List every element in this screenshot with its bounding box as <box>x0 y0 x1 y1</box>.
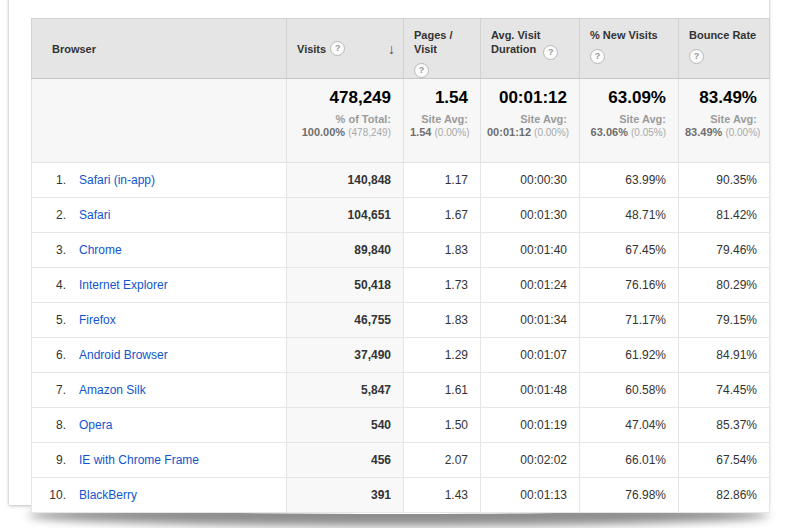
bounce-rate-value: 80.29% <box>679 268 770 303</box>
browser-cell: 2.Safari <box>32 198 287 233</box>
browser-link[interactable]: BlackBerry <box>79 488 137 502</box>
browser-cell: 8.Opera <box>32 408 287 443</box>
browser-link[interactable]: Opera <box>79 418 112 432</box>
column-header-new-visits[interactable]: % New Visits ? <box>580 19 679 79</box>
summary-new-visits-value: 63.09% <box>586 88 666 108</box>
summary-duration-value: 00:01:12 <box>487 88 567 108</box>
table-row: 1.Safari (in-app)140,8481.1700:00:3063.9… <box>32 163 770 198</box>
new-visits-value: 76.98% <box>580 478 679 513</box>
bounce-rate-value: 85.37% <box>679 408 770 443</box>
column-label: Browser <box>52 43 96 55</box>
visits-value: 456 <box>287 443 404 478</box>
column-header-pages-per-visit[interactable]: Pages / Visit ? <box>404 19 481 79</box>
sort-descending-icon: ↓ <box>384 41 395 57</box>
bounce-rate-value: 90.35% <box>679 163 770 198</box>
bounce-rate-value: 79.46% <box>679 233 770 268</box>
visits-value: 391 <box>287 478 404 513</box>
bounce-rate-value: 67.54% <box>679 443 770 478</box>
browser-metrics-table: Browser Visits ? ↓ Pages / Visit ? Avg. … <box>31 18 770 513</box>
bounce-rate-value: 79.15% <box>679 303 770 338</box>
new-visits-value: 76.16% <box>580 268 679 303</box>
new-visits-value: 71.17% <box>580 303 679 338</box>
browser-link[interactable]: Chrome <box>79 243 122 257</box>
browser-cell: 5.Firefox <box>32 303 287 338</box>
pages-per-visit-value: 1.50 <box>404 408 481 443</box>
row-rank: 3. <box>40 243 66 257</box>
help-icon[interactable]: ? <box>414 63 429 78</box>
column-label: Pages / Visit <box>414 29 453 55</box>
column-label: Bounce Rate <box>689 29 756 41</box>
column-header-visits[interactable]: Visits ? ↓ <box>287 19 404 79</box>
visits-value: 540 <box>287 408 404 443</box>
avg-visit-duration-value: 00:01:13 <box>481 478 580 513</box>
browser-link[interactable]: Safari (in-app) <box>79 173 155 187</box>
browser-link[interactable]: Android Browser <box>79 348 168 362</box>
table-row: 7.Amazon Silk5,8471.6100:01:4860.58%74.4… <box>32 373 770 408</box>
browser-cell: 6.Android Browser <box>32 338 287 373</box>
avg-visit-duration-value: 00:01:07 <box>481 338 580 373</box>
avg-visit-duration-value: 00:01:48 <box>481 373 580 408</box>
pages-per-visit-value: 1.61 <box>404 373 481 408</box>
new-visits-value: 67.45% <box>580 233 679 268</box>
summary-bounce: 83.49% Site Avg: 83.49% (0.00%) <box>679 79 770 163</box>
avg-visit-duration-value: 00:00:30 <box>481 163 580 198</box>
table-row: 9.IE with Chrome Frame4562.0700:02:0266.… <box>32 443 770 478</box>
summary-visits-value: 478,249 <box>293 88 391 108</box>
row-rank: 6. <box>40 348 66 362</box>
column-label: Duration <box>491 43 536 55</box>
table-row: 8.Opera5401.5000:01:1947.04%85.37% <box>32 408 770 443</box>
browser-link[interactable]: Amazon Silk <box>79 383 146 397</box>
new-visits-value: 47.04% <box>580 408 679 443</box>
browser-cell: 7.Amazon Silk <box>32 373 287 408</box>
visits-value: 5,847 <box>287 373 404 408</box>
browser-link[interactable]: Safari <box>79 208 110 222</box>
help-icon[interactable]: ? <box>689 49 704 64</box>
summary-browser-cell <box>32 79 287 163</box>
bounce-rate-value: 84.91% <box>679 338 770 373</box>
summary-visits: 478,249 % of Total: 100.00% (478,249) <box>287 79 404 163</box>
report-card: Browser Visits ? ↓ Pages / Visit ? Avg. … <box>9 0 769 505</box>
avg-visit-duration-value: 00:01:40 <box>481 233 580 268</box>
help-icon[interactable]: ? <box>330 41 345 56</box>
avg-visit-duration-value: 00:02:02 <box>481 443 580 478</box>
browser-link[interactable]: IE with Chrome Frame <box>79 453 199 467</box>
browser-link[interactable]: Internet Explorer <box>79 278 168 292</box>
row-rank: 5. <box>40 313 66 327</box>
row-rank: 2. <box>40 208 66 222</box>
visits-value: 89,840 <box>287 233 404 268</box>
browser-link[interactable]: Firefox <box>79 313 116 327</box>
browser-cell: 1.Safari (in-app) <box>32 163 287 198</box>
pages-per-visit-value: 1.67 <box>404 198 481 233</box>
analytics-table-screenshot: Browser Visits ? ↓ Pages / Visit ? Avg. … <box>0 0 797 528</box>
row-rank: 4. <box>40 278 66 292</box>
summary-visits-sub-label: % of Total: <box>293 113 391 126</box>
summary-bounce-value: 83.49% <box>685 88 757 108</box>
row-rank: 7. <box>40 383 66 397</box>
table-row: 5.Firefox46,7551.8300:01:3471.17%79.15% <box>32 303 770 338</box>
summary-pages-value: 1.54 <box>410 88 468 108</box>
browser-cell: 9.IE with Chrome Frame <box>32 443 287 478</box>
visits-value: 50,418 <box>287 268 404 303</box>
header-row: Browser Visits ? ↓ Pages / Visit ? Avg. … <box>32 19 770 79</box>
column-header-bounce-rate[interactable]: Bounce Rate ? <box>679 19 770 79</box>
browser-cell: 3.Chrome <box>32 233 287 268</box>
summary-duration: 00:01:12 Site Avg: 00:01:12 (0.00%) <box>481 79 580 163</box>
avg-visit-duration-value: 00:01:30 <box>481 198 580 233</box>
pages-per-visit-value: 1.17 <box>404 163 481 198</box>
column-header-avg-visit-duration[interactable]: Avg. Visit Duration ? <box>481 19 580 79</box>
column-header-browser[interactable]: Browser <box>32 19 287 79</box>
help-icon[interactable]: ? <box>543 45 558 60</box>
table-row: 6.Android Browser37,4901.2900:01:0761.92… <box>32 338 770 373</box>
row-rank: 10. <box>40 488 66 502</box>
new-visits-value: 66.01% <box>580 443 679 478</box>
visits-value: 104,651 <box>287 198 404 233</box>
browser-cell: 4.Internet Explorer <box>32 268 287 303</box>
bounce-rate-value: 82.86% <box>679 478 770 513</box>
bounce-rate-value: 81.42% <box>679 198 770 233</box>
help-icon[interactable]: ? <box>590 49 605 64</box>
pages-per-visit-value: 1.43 <box>404 478 481 513</box>
bounce-rate-value: 74.45% <box>679 373 770 408</box>
column-label: Avg. Visit <box>491 28 571 42</box>
summary-row: 478,249 % of Total: 100.00% (478,249) 1.… <box>32 79 770 163</box>
pages-per-visit-value: 1.83 <box>404 233 481 268</box>
